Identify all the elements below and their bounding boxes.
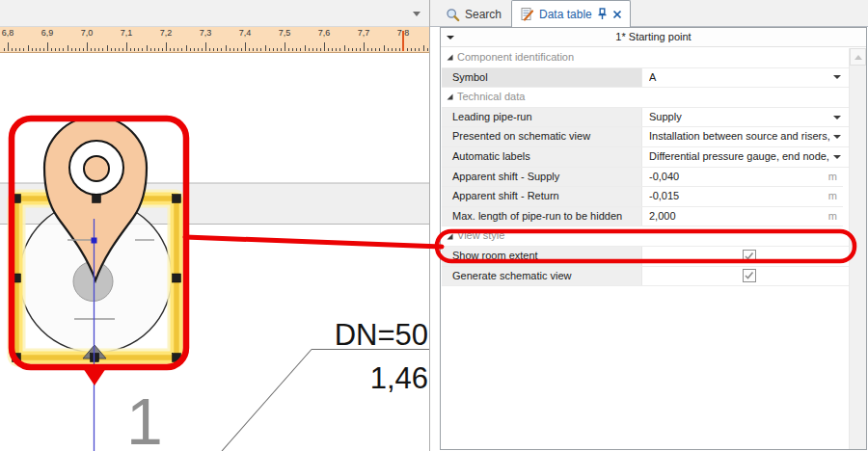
ruler-cursor-marker bbox=[402, 31, 404, 51]
row-generate-schematic-view[interactable]: Generate schematic view bbox=[442, 267, 849, 287]
row-show-room-extent[interactable]: Show room extent bbox=[442, 247, 849, 267]
checkbox-show-room-extent[interactable] bbox=[649, 250, 849, 263]
property-label[interactable]: Automatic labels bbox=[442, 147, 641, 167]
row-leading-pipe-run[interactable]: Leading pipe-runSupply bbox=[442, 108, 849, 128]
tab-search[interactable]: Search bbox=[436, 3, 511, 26]
panel-header[interactable]: 1* Starting point bbox=[441, 28, 866, 47]
property-value-cell[interactable] bbox=[641, 247, 849, 266]
row-apparent-shift-return[interactable]: Apparent shift - Return-0,015m bbox=[442, 187, 843, 207]
group-expander-icon[interactable] bbox=[442, 88, 457, 107]
row-component-identification[interactable]: Component identification bbox=[442, 48, 849, 68]
ruler-tick bbox=[162, 48, 163, 52]
ruler-tick bbox=[344, 45, 345, 52]
property-value-cell[interactable]: Installation between source and risers, bbox=[641, 127, 849, 146]
plan-drawing[interactable]: DN=50 1,46 1 bbox=[0, 0, 429, 451]
ruler-tick bbox=[288, 48, 289, 52]
ruler-tick bbox=[273, 48, 274, 52]
row-technical-data[interactable]: Technical data bbox=[442, 88, 849, 108]
ruler-tick bbox=[198, 48, 199, 52]
unit-label: m bbox=[828, 187, 837, 206]
row-symbol[interactable]: SymbolA bbox=[442, 68, 849, 89]
property-value-cell[interactable]: -0,015m bbox=[641, 187, 843, 206]
ruler-tick bbox=[194, 48, 195, 52]
pin-icon[interactable] bbox=[597, 8, 608, 20]
dropdown-arrow-icon[interactable] bbox=[833, 155, 841, 159]
property-label[interactable]: Presented on schematic view bbox=[442, 127, 641, 146]
panel-tabstrip: Search Data table bbox=[430, 0, 868, 27]
ruler-tick bbox=[241, 48, 242, 52]
property-value[interactable]: Differential pressure gauge, end node, bbox=[649, 147, 833, 167]
row-automatic-labels[interactable]: Automatic labelsDifferential pressure ga… bbox=[442, 147, 849, 168]
group-expander-icon[interactable] bbox=[442, 226, 457, 246]
ruler-tick bbox=[166, 42, 167, 51]
property-value[interactable]: Supply bbox=[649, 108, 833, 127]
property-value-cell[interactable]: 2,000m bbox=[641, 207, 843, 226]
property-label[interactable]: Generate schematic view bbox=[442, 267, 641, 286]
row-max-length-of-pipe-run-to-be-hidden[interactable]: Max. length of pipe-run to be hidden2,00… bbox=[442, 207, 843, 227]
ruler-tick bbox=[8, 42, 9, 51]
ruler-tick bbox=[277, 48, 278, 52]
dropdown-arrow-icon[interactable] bbox=[833, 75, 841, 79]
property-value-cell[interactable]: Differential pressure gauge, end node, bbox=[641, 147, 849, 167]
property-value[interactable]: 2,000 bbox=[649, 207, 828, 226]
ruler-tick bbox=[249, 48, 250, 52]
drawing-canvas[interactable]: DN=50 1,46 1 6,86,97,07,17,27,37,47,57,6… bbox=[0, 0, 430, 451]
ruler-tick bbox=[379, 48, 380, 52]
ruler-tick bbox=[98, 48, 99, 52]
row-presented-on-schematic-view[interactable]: Presented on schematic viewInstallation … bbox=[442, 127, 849, 147]
row-view-style[interactable]: View style bbox=[442, 226, 849, 247]
ruler-tick bbox=[375, 48, 376, 52]
property-value[interactable]: -0,040 bbox=[649, 168, 828, 187]
node-point[interactable] bbox=[92, 238, 97, 244]
property-value[interactable]: A bbox=[649, 68, 833, 88]
checkbox-generate-schematic-view[interactable] bbox=[649, 269, 849, 282]
dropdown-arrow-icon[interactable] bbox=[833, 116, 841, 119]
property-label[interactable]: Apparent shift - Return bbox=[442, 187, 641, 206]
ruler-tick bbox=[332, 48, 333, 52]
ruler-tick bbox=[111, 48, 112, 52]
property-value[interactable]: Installation between source and risers, bbox=[649, 127, 833, 146]
unit-label: m bbox=[828, 168, 837, 187]
canvas-toolbar bbox=[0, 0, 429, 27]
ruler-tick bbox=[91, 48, 92, 52]
ruler-tick bbox=[147, 45, 148, 52]
panel-scrollbar[interactable] bbox=[849, 48, 866, 449]
group-expander-icon[interactable] bbox=[442, 48, 457, 67]
property-label[interactable]: Show room extent bbox=[442, 247, 641, 266]
search-icon bbox=[446, 8, 460, 22]
property-value[interactable]: -0,015 bbox=[649, 187, 828, 206]
ruler-tick bbox=[388, 48, 389, 52]
ruler-tick bbox=[158, 48, 159, 52]
ruler-tick bbox=[364, 42, 365, 51]
ruler-tick bbox=[300, 48, 301, 52]
property-value-cell[interactable]: Supply bbox=[641, 108, 849, 127]
dropdown-arrow-icon[interactable] bbox=[833, 135, 841, 139]
ruler-tick bbox=[150, 48, 151, 52]
ruler-tick bbox=[115, 48, 116, 52]
toolbar-dropdown-icon[interactable] bbox=[413, 12, 420, 16]
length-label: 1,46 bbox=[370, 361, 428, 395]
ruler-tick bbox=[221, 48, 222, 52]
ruler-tick bbox=[134, 48, 135, 52]
ruler-tick bbox=[79, 48, 80, 52]
property-label[interactable]: Apparent shift - Supply bbox=[442, 168, 641, 187]
property-label[interactable]: Symbol bbox=[442, 68, 641, 88]
ruler-tick bbox=[281, 48, 282, 52]
ruler-label: 7,4 bbox=[231, 28, 259, 38]
horizontal-ruler: 6,86,97,07,17,27,37,47,57,67,77,8 bbox=[0, 27, 429, 53]
ruler-tick bbox=[95, 48, 95, 52]
property-value-cell[interactable]: -0,040m bbox=[641, 168, 843, 187]
property-label[interactable]: Leading pipe-run bbox=[442, 108, 641, 127]
property-value-cell[interactable] bbox=[641, 267, 849, 286]
ruler-tick bbox=[348, 48, 349, 52]
property-value-cell[interactable]: A bbox=[641, 68, 849, 88]
ruler-tick bbox=[415, 48, 416, 52]
tab-data-table[interactable]: Data table bbox=[511, 0, 631, 27]
ruler-label: 7,0 bbox=[72, 28, 101, 38]
close-icon[interactable] bbox=[612, 10, 622, 19]
header-dropdown-icon[interactable] bbox=[447, 36, 454, 40]
scroll-up-button[interactable] bbox=[850, 48, 866, 66]
data-table-panel: 1* Starting point Component identificati… bbox=[440, 27, 867, 450]
row-apparent-shift-supply[interactable]: Apparent shift - Supply-0,040m bbox=[442, 168, 843, 188]
property-label[interactable]: Max. length of pipe-run to be hidden bbox=[442, 207, 641, 226]
